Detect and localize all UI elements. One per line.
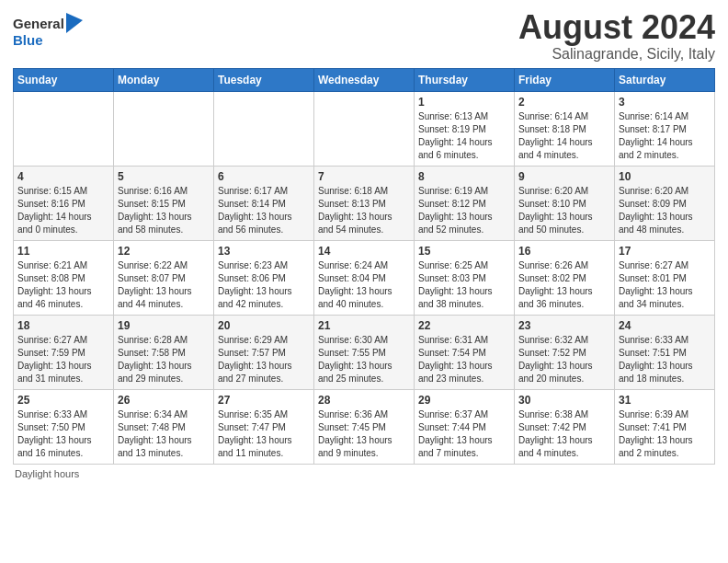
day-info: Sunrise: 6:29 AM Sunset: 7:57 PM Dayligh… xyxy=(218,334,310,385)
calendar-cell: 25Sunrise: 6:33 AM Sunset: 7:50 PM Dayli… xyxy=(14,389,114,464)
day-number: 3 xyxy=(619,96,711,109)
day-info: Sunrise: 6:31 AM Sunset: 7:54 PM Dayligh… xyxy=(418,334,510,385)
day-info: Sunrise: 6:21 AM Sunset: 8:08 PM Dayligh… xyxy=(17,259,109,311)
weekday-header: Saturday xyxy=(615,68,715,91)
calendar-cell: 10Sunrise: 6:20 AM Sunset: 8:09 PM Dayli… xyxy=(615,166,715,240)
calendar-cell: 21Sunrise: 6:30 AM Sunset: 7:55 PM Dayli… xyxy=(314,315,415,389)
svg-marker-0 xyxy=(66,13,83,33)
day-number: 30 xyxy=(518,394,610,407)
calendar-body: 1Sunrise: 6:13 AM Sunset: 8:19 PM Daylig… xyxy=(14,91,715,464)
calendar-cell: 30Sunrise: 6:38 AM Sunset: 7:42 PM Dayli… xyxy=(515,389,615,464)
day-number: 26 xyxy=(118,394,210,407)
calendar-cell: 12Sunrise: 6:22 AM Sunset: 8:07 PM Dayli… xyxy=(114,240,214,315)
logo-general: General xyxy=(13,17,64,30)
day-info: Sunrise: 6:38 AM Sunset: 7:42 PM Dayligh… xyxy=(518,408,610,460)
calendar-cell: 22Sunrise: 6:31 AM Sunset: 7:54 PM Dayli… xyxy=(415,315,515,389)
calendar-cell: 19Sunrise: 6:28 AM Sunset: 7:58 PM Dayli… xyxy=(114,315,214,389)
day-info: Sunrise: 6:25 AM Sunset: 8:03 PM Dayligh… xyxy=(418,259,510,311)
day-info: Sunrise: 6:35 AM Sunset: 7:47 PM Dayligh… xyxy=(218,408,310,460)
calendar-cell: 18Sunrise: 6:27 AM Sunset: 7:59 PM Dayli… xyxy=(14,315,114,389)
day-info: Sunrise: 6:20 AM Sunset: 8:09 PM Dayligh… xyxy=(619,185,711,236)
calendar-table: SundayMondayTuesdayWednesdayThursdayFrid… xyxy=(13,68,715,465)
day-number: 4 xyxy=(17,170,109,183)
day-info: Sunrise: 6:14 AM Sunset: 8:18 PM Dayligh… xyxy=(518,110,610,162)
day-info: Sunrise: 6:33 AM Sunset: 7:51 PM Dayligh… xyxy=(619,334,711,385)
day-info: Sunrise: 6:30 AM Sunset: 7:55 PM Dayligh… xyxy=(318,334,410,385)
calendar-week-row: 1Sunrise: 6:13 AM Sunset: 8:19 PM Daylig… xyxy=(14,91,715,166)
footer-note: Daylight hours xyxy=(13,468,715,479)
day-number: 23 xyxy=(518,319,610,332)
calendar-cell: 24Sunrise: 6:33 AM Sunset: 7:51 PM Dayli… xyxy=(615,315,715,389)
calendar-week-row: 25Sunrise: 6:33 AM Sunset: 7:50 PM Dayli… xyxy=(14,389,715,464)
weekday-row: SundayMondayTuesdayWednesdayThursdayFrid… xyxy=(14,68,715,91)
calendar-cell: 9Sunrise: 6:20 AM Sunset: 8:10 PM Daylig… xyxy=(515,166,615,240)
day-number: 1 xyxy=(418,96,510,109)
weekday-header: Tuesday xyxy=(214,68,314,91)
day-info: Sunrise: 6:33 AM Sunset: 7:50 PM Dayligh… xyxy=(17,408,109,460)
calendar-cell: 20Sunrise: 6:29 AM Sunset: 7:57 PM Dayli… xyxy=(214,315,314,389)
calendar-cell: 28Sunrise: 6:36 AM Sunset: 7:45 PM Dayli… xyxy=(314,389,415,464)
day-number: 20 xyxy=(218,319,310,332)
day-info: Sunrise: 6:13 AM Sunset: 8:19 PM Dayligh… xyxy=(418,110,510,162)
calendar-week-row: 11Sunrise: 6:21 AM Sunset: 8:08 PM Dayli… xyxy=(14,240,715,315)
logo: General Blue xyxy=(13,13,83,47)
calendar-cell: 8Sunrise: 6:19 AM Sunset: 8:12 PM Daylig… xyxy=(415,166,515,240)
day-number: 6 xyxy=(218,170,310,183)
day-number: 17 xyxy=(619,245,711,258)
calendar-cell: 1Sunrise: 6:13 AM Sunset: 8:19 PM Daylig… xyxy=(415,91,515,166)
calendar-cell: 23Sunrise: 6:32 AM Sunset: 7:52 PM Dayli… xyxy=(515,315,615,389)
calendar-week-row: 4Sunrise: 6:15 AM Sunset: 8:16 PM Daylig… xyxy=(14,166,715,240)
calendar-cell: 14Sunrise: 6:24 AM Sunset: 8:04 PM Dayli… xyxy=(314,240,415,315)
calendar-week-row: 18Sunrise: 6:27 AM Sunset: 7:59 PM Dayli… xyxy=(14,315,715,389)
calendar-cell: 29Sunrise: 6:37 AM Sunset: 7:44 PM Dayli… xyxy=(415,389,515,464)
day-info: Sunrise: 6:15 AM Sunset: 8:16 PM Dayligh… xyxy=(17,185,109,236)
day-number: 15 xyxy=(418,245,510,258)
day-number: 16 xyxy=(518,245,610,258)
calendar-cell: 15Sunrise: 6:25 AM Sunset: 8:03 PM Dayli… xyxy=(415,240,515,315)
day-number: 27 xyxy=(218,394,310,407)
day-number: 31 xyxy=(619,394,711,407)
calendar-cell: 6Sunrise: 6:17 AM Sunset: 8:14 PM Daylig… xyxy=(214,166,314,240)
logo-icon xyxy=(66,13,83,33)
day-number: 2 xyxy=(518,96,610,109)
day-info: Sunrise: 6:14 AM Sunset: 8:17 PM Dayligh… xyxy=(619,110,711,162)
day-number: 18 xyxy=(17,319,109,332)
day-info: Sunrise: 6:39 AM Sunset: 7:41 PM Dayligh… xyxy=(619,408,711,460)
calendar-cell: 31Sunrise: 6:39 AM Sunset: 7:41 PM Dayli… xyxy=(615,389,715,464)
day-number: 28 xyxy=(318,394,410,407)
day-number: 14 xyxy=(318,245,410,258)
title-block: August 2024 Salinagrande, Sicily, Italy xyxy=(518,9,715,63)
day-info: Sunrise: 6:22 AM Sunset: 8:07 PM Dayligh… xyxy=(118,259,210,311)
calendar-cell: 5Sunrise: 6:16 AM Sunset: 8:15 PM Daylig… xyxy=(114,166,214,240)
day-number: 22 xyxy=(418,319,510,332)
calendar-cell: 27Sunrise: 6:35 AM Sunset: 7:47 PM Dayli… xyxy=(214,389,314,464)
day-info: Sunrise: 6:16 AM Sunset: 8:15 PM Dayligh… xyxy=(118,185,210,236)
day-info: Sunrise: 6:20 AM Sunset: 8:10 PM Dayligh… xyxy=(518,185,610,236)
calendar-cell: 16Sunrise: 6:26 AM Sunset: 8:02 PM Dayli… xyxy=(515,240,615,315)
day-number: 12 xyxy=(118,245,210,258)
weekday-header: Wednesday xyxy=(314,68,415,91)
calendar-cell xyxy=(14,91,114,166)
calendar-cell: 2Sunrise: 6:14 AM Sunset: 8:18 PM Daylig… xyxy=(515,91,615,166)
day-number: 5 xyxy=(118,170,210,183)
day-number: 10 xyxy=(619,170,711,183)
day-number: 29 xyxy=(418,394,510,407)
day-info: Sunrise: 6:24 AM Sunset: 8:04 PM Dayligh… xyxy=(318,259,410,311)
location-title: Salinagrande, Sicily, Italy xyxy=(518,46,715,63)
day-number: 11 xyxy=(17,245,109,258)
day-info: Sunrise: 6:34 AM Sunset: 7:48 PM Dayligh… xyxy=(118,408,210,460)
calendar-cell: 11Sunrise: 6:21 AM Sunset: 8:08 PM Dayli… xyxy=(14,240,114,315)
day-info: Sunrise: 6:32 AM Sunset: 7:52 PM Dayligh… xyxy=(518,334,610,385)
header: General Blue August 2024 Salinagrande, S… xyxy=(13,9,715,63)
weekday-header: Monday xyxy=(114,68,214,91)
calendar-cell xyxy=(214,91,314,166)
weekday-header: Thursday xyxy=(415,68,515,91)
day-number: 19 xyxy=(118,319,210,332)
calendar-header: SundayMondayTuesdayWednesdayThursdayFrid… xyxy=(14,68,715,91)
day-number: 13 xyxy=(218,245,310,258)
day-number: 8 xyxy=(418,170,510,183)
weekday-header: Sunday xyxy=(14,68,114,91)
calendar-cell xyxy=(114,91,214,166)
logo-blue: Blue xyxy=(13,33,43,47)
day-info: Sunrise: 6:18 AM Sunset: 8:13 PM Dayligh… xyxy=(318,185,410,236)
